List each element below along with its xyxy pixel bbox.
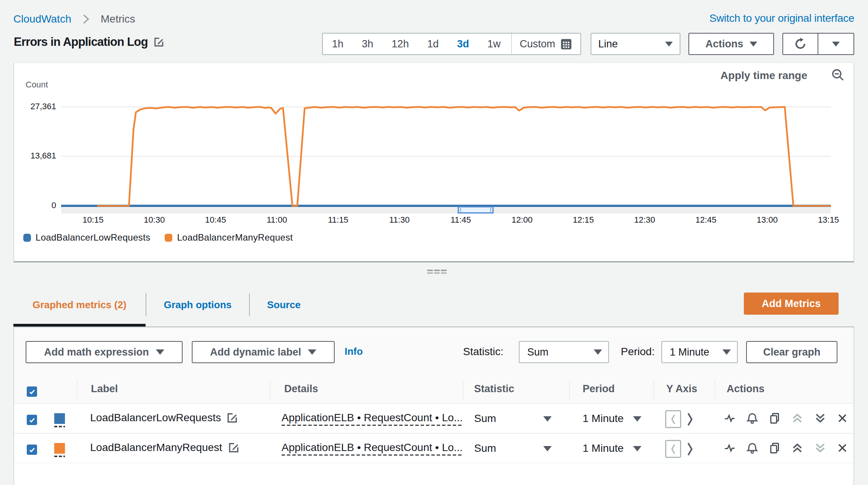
- statistic-value: Sum: [527, 346, 549, 358]
- remove-icon[interactable]: [837, 442, 848, 454]
- y-axis-left-button[interactable]: [665, 410, 681, 428]
- y-axis-left-button[interactable]: [665, 440, 681, 458]
- row-statistic-value[interactable]: Sum: [474, 442, 496, 454]
- period-caret-icon: [722, 349, 731, 355]
- chart-legend: LoadBalancerLowRequestsLoadBalancerManyR…: [23, 232, 293, 243]
- x-tick-label: 12:30: [634, 215, 655, 225]
- refresh-options-button[interactable]: [818, 34, 853, 54]
- metric-row: LoadBalancerLowRequestsApplicationELB • …: [14, 404, 853, 434]
- row-details[interactable]: ApplicationELB • RequestCount • Lo...: [282, 412, 463, 426]
- x-tick-label: 10:30: [144, 215, 165, 225]
- calendar-icon: [560, 38, 572, 50]
- tab-graph-options[interactable]: Graph options: [146, 299, 249, 311]
- refresh-icon: [794, 37, 807, 51]
- x-tick-label: 12:15: [573, 215, 594, 225]
- info-link[interactable]: Info: [345, 346, 363, 357]
- duplicate-icon[interactable]: [769, 412, 781, 424]
- y-tick-label: 0: [14, 200, 56, 210]
- legend-label: LoadBalancerLowRequests: [36, 232, 150, 243]
- timeline-scrub-handle[interactable]: [458, 206, 494, 213]
- statistic-caret-icon: [594, 349, 602, 355]
- time-range-1w[interactable]: 1w: [478, 38, 510, 50]
- row-color-swatch-dash: [54, 456, 65, 457]
- time-range-control: 1h 3h 12h 1d 3d 1w Custom: [322, 33, 581, 55]
- time-range-1d[interactable]: 1d: [418, 38, 448, 50]
- remove-icon[interactable]: [837, 412, 848, 424]
- refresh-button-group: [782, 33, 854, 55]
- pulse-icon[interactable]: [724, 412, 736, 424]
- chart-type-select[interactable]: Line: [591, 33, 680, 55]
- add-math-caret-icon: [156, 349, 164, 355]
- row-statistic-caret-icon[interactable]: [543, 446, 552, 451]
- actions-caret-icon: [750, 42, 757, 47]
- x-tick-label: 13:00: [757, 215, 778, 225]
- clear-graph-button[interactable]: Clear graph: [746, 341, 837, 363]
- statistic-select[interactable]: Sum: [519, 341, 609, 363]
- legend-swatch: [23, 234, 31, 242]
- row-color-swatch[interactable]: [54, 443, 65, 454]
- switch-interface-link[interactable]: Switch to your original interface: [709, 12, 854, 24]
- time-range-1h[interactable]: 1h: [323, 38, 353, 50]
- legend-item[interactable]: LoadBalancerManyRequest: [165, 232, 293, 243]
- chart-panel: Apply time range Count 013,68127,361 10:…: [13, 62, 854, 262]
- table-header: Label Details Statistic Period Y Axis Ac…: [14, 380, 853, 404]
- x-tick-label: 11:45: [450, 215, 471, 225]
- add-metrics-button[interactable]: Add Metrics: [744, 293, 839, 315]
- time-range-3h[interactable]: 3h: [353, 38, 382, 50]
- legend-item[interactable]: LoadBalancerLowRequests: [23, 232, 150, 243]
- move-up-icon[interactable]: [791, 441, 804, 454]
- row-period-value[interactable]: 1 Minute: [583, 412, 623, 425]
- col-header-period: Period: [583, 383, 615, 395]
- edit-title-icon[interactable]: [153, 36, 165, 48]
- y-axis-right-button[interactable]: [683, 409, 696, 430]
- page-title: Errors in Application Log: [14, 35, 148, 49]
- add-math-expression-button[interactable]: Add math expression: [26, 341, 183, 363]
- time-range-3d-selected[interactable]: 3d: [448, 38, 478, 50]
- legend-label: LoadBalancerManyRequest: [177, 232, 293, 243]
- row-period-caret-icon[interactable]: [633, 446, 641, 451]
- chart-type-value: Line: [598, 38, 618, 50]
- move-down-icon[interactable]: [814, 441, 827, 454]
- refresh-button[interactable]: [783, 34, 818, 54]
- move-down-icon[interactable]: [814, 412, 827, 425]
- alarm-bell-icon[interactable]: [746, 412, 759, 425]
- duplicate-icon[interactable]: [769, 442, 781, 454]
- row-statistic-caret-icon[interactable]: [543, 416, 552, 422]
- edit-label-icon[interactable]: [228, 441, 240, 454]
- graphed-metrics-panel: Add math expression Add dynamic label In…: [13, 327, 854, 485]
- scrub-left-grip: [460, 208, 461, 212]
- x-tick-label: 13:15: [818, 215, 839, 225]
- col-header-yaxis: Y Axis: [666, 383, 697, 395]
- row-period-caret-icon[interactable]: [633, 416, 641, 422]
- table-empty-area: [14, 463, 853, 485]
- edit-label-icon[interactable]: [226, 412, 238, 424]
- x-tick-label: 12:45: [695, 215, 716, 225]
- breadcrumb-cloudwatch-link[interactable]: CloudWatch: [13, 13, 71, 25]
- axis-band: [61, 207, 831, 213]
- period-label: Period:: [621, 346, 655, 358]
- row-statistic-value[interactable]: Sum: [474, 412, 496, 425]
- add-dynamic-label-text: Add dynamic label: [210, 346, 301, 358]
- period-select[interactable]: 1 Minute: [661, 341, 738, 363]
- col-header-actions: Actions: [727, 383, 764, 395]
- y-axis-right-button[interactable]: [683, 438, 696, 459]
- row-color-swatch[interactable]: [54, 413, 65, 424]
- row-label: LoadBalancerLowRequests: [90, 412, 221, 424]
- row-checkbox[interactable]: [27, 415, 37, 425]
- time-range-12h[interactable]: 12h: [382, 38, 418, 50]
- row-details[interactable]: ApplicationELB • RequestCount • Lo...: [282, 441, 463, 456]
- add-dynamic-label-button[interactable]: Add dynamic label: [192, 341, 335, 363]
- alarm-bell-icon[interactable]: [746, 441, 759, 454]
- select-all-checkbox[interactable]: [27, 386, 37, 397]
- tab-graphed-metrics[interactable]: Graphed metrics (2): [13, 299, 146, 311]
- chart-plot[interactable]: [14, 63, 853, 259]
- tab-source[interactable]: Source: [250, 299, 318, 311]
- pulse-icon[interactable]: [724, 442, 736, 454]
- panel-resize-handle[interactable]: [427, 270, 447, 275]
- time-range-custom[interactable]: Custom: [512, 38, 577, 50]
- row-period-value[interactable]: 1 Minute: [583, 442, 623, 454]
- metric-row: LoadBalancerManyRequestApplicationELB • …: [14, 434, 853, 464]
- actions-button[interactable]: Actions: [688, 33, 774, 55]
- row-checkbox[interactable]: [27, 445, 37, 455]
- move-up-icon[interactable]: [791, 412, 804, 425]
